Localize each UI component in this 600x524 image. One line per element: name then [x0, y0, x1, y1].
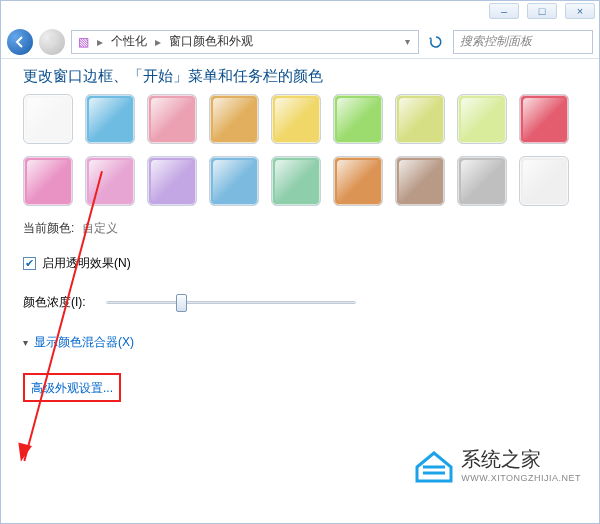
annotation-arrow-head: [14, 443, 32, 464]
back-button[interactable]: [7, 29, 33, 55]
page-title: 更改窗口边框、「开始」菜单和任务栏的颜色: [23, 67, 585, 86]
color-swatch[interactable]: [519, 94, 569, 144]
color-swatch[interactable]: [209, 156, 259, 206]
color-swatch[interactable]: [395, 156, 445, 206]
breadcrumb-sep2: ▸: [151, 35, 165, 49]
watermark-title: 系统之家: [461, 448, 541, 470]
slider-track: [106, 301, 356, 304]
house-icon: [413, 447, 455, 483]
slider-thumb[interactable]: [176, 294, 187, 312]
show-color-mixer-link[interactable]: 显示颜色混合器(X): [34, 334, 134, 351]
color-swatch[interactable]: [333, 156, 383, 206]
search-placeholder: 搜索控制面板: [460, 33, 532, 50]
minimize-button[interactable]: –: [489, 3, 519, 19]
advanced-appearance-link[interactable]: 高级外观设置...: [31, 381, 113, 395]
color-swatch[interactable]: [457, 156, 507, 206]
navigation-bar: ▧ ▸ 个性化 ▸ 窗口颜色和外观 ▾ 搜索控制面板: [1, 25, 599, 59]
intensity-label: 颜色浓度(I):: [23, 294, 86, 311]
color-swatch-grid: [23, 94, 583, 206]
close-button[interactable]: ×: [565, 3, 595, 19]
color-swatch[interactable]: [147, 94, 197, 144]
breadcrumb-icon: ▧: [78, 35, 89, 49]
refresh-button[interactable]: [425, 31, 447, 53]
breadcrumb-sep1: ▸: [93, 35, 107, 49]
search-input[interactable]: 搜索控制面板: [453, 30, 593, 54]
color-swatch[interactable]: [271, 94, 321, 144]
color-swatch[interactable]: [209, 94, 259, 144]
color-swatch[interactable]: [457, 94, 507, 144]
transparency-checkbox[interactable]: ✔: [23, 257, 36, 270]
annotation-highlight-box: 高级外观设置...: [23, 373, 121, 402]
color-swatch[interactable]: [395, 94, 445, 144]
color-swatch[interactable]: [271, 156, 321, 206]
color-swatch[interactable]: [333, 94, 383, 144]
intensity-slider[interactable]: [106, 292, 356, 312]
breadcrumb-node-2[interactable]: 窗口颜色和外观: [169, 33, 253, 50]
chevron-down-icon[interactable]: ▾: [23, 337, 28, 348]
transparency-checkbox-label: 启用透明效果(N): [42, 255, 131, 272]
forward-button[interactable]: [39, 29, 65, 55]
breadcrumb-node-1[interactable]: 个性化: [111, 33, 147, 50]
color-swatch[interactable]: [519, 156, 569, 206]
current-color-value: 自定义: [82, 220, 118, 237]
color-swatch[interactable]: [147, 156, 197, 206]
current-color-label: 当前颜色:: [23, 220, 74, 237]
color-swatch[interactable]: [23, 156, 73, 206]
address-dropdown-icon[interactable]: ▾: [403, 36, 412, 47]
breadcrumb-address[interactable]: ▧ ▸ 个性化 ▸ 窗口颜色和外观 ▾: [71, 30, 419, 54]
maximize-button[interactable]: □: [527, 3, 557, 19]
color-swatch[interactable]: [85, 94, 135, 144]
color-swatch[interactable]: [23, 94, 73, 144]
color-swatch[interactable]: [85, 156, 135, 206]
watermark: 系统之家 WWW.XITONGZHIJIA.NET: [413, 446, 581, 483]
watermark-subtitle: WWW.XITONGZHIJIA.NET: [461, 473, 581, 483]
